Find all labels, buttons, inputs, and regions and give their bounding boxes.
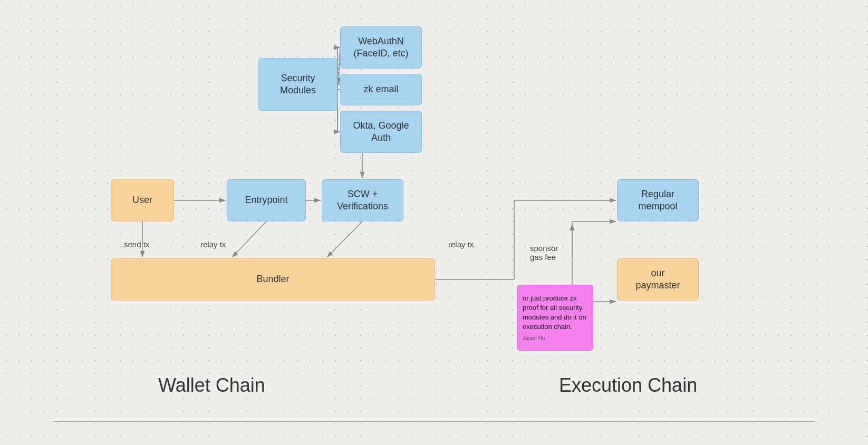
entrypoint-box: Entrypoint [227,179,306,221]
diagram-container: Security Modules WebAuthN (FaceID, etc) … [0,0,868,445]
send-tx-label: send tx [124,240,149,249]
sticky-note-box: or just produce zk proof for all securit… [517,285,593,351]
security-modules-label: Security Modules [280,72,316,97]
user-box: User [111,179,174,221]
zk-email-label: zk email [363,83,398,95]
security-modules-box: Security Modules [258,58,337,111]
regular-mempool-box: Regular mempool [617,179,699,221]
relay-tx-1-label: relay tx [200,240,226,249]
bundler-label: Bundler [256,273,289,285]
scw-label: SCW + Verifications [337,188,388,213]
okta-box: Okta, Google Auth [340,111,422,153]
svg-line-17 [327,221,362,257]
regular-mempool-label: Regular mempool [638,188,677,213]
our-paymaster-box: our paymaster [617,258,699,301]
relay-tx-2-label: relay tx [448,240,474,249]
sticky-note-label: or just produce zk proof for all securit… [523,294,587,332]
okta-label: Okta, Google Auth [353,120,409,144]
sponsor-gas-label: sponsor gas fee [530,235,558,262]
execution-chain-label: Execution Chain [559,374,697,396]
scw-box: SCW + Verifications [322,179,403,221]
bundler-box: Bundler [111,258,435,301]
sticky-note-author: Jason Hu [523,335,545,342]
bottom-divider [53,421,815,422]
our-paymaster-label: our paymaster [635,267,680,292]
webauthn-label: WebAuthN (FaceID, etc) [353,35,408,60]
webauthn-box: WebAuthN (FaceID, etc) [340,26,422,69]
svg-line-14 [232,221,266,257]
wallet-chain-label: Wallet Chain [158,374,265,396]
entrypoint-label: Entrypoint [245,194,287,206]
arrows-svg [0,0,868,445]
user-label: User [132,194,152,206]
zk-email-box: zk email [340,74,422,105]
